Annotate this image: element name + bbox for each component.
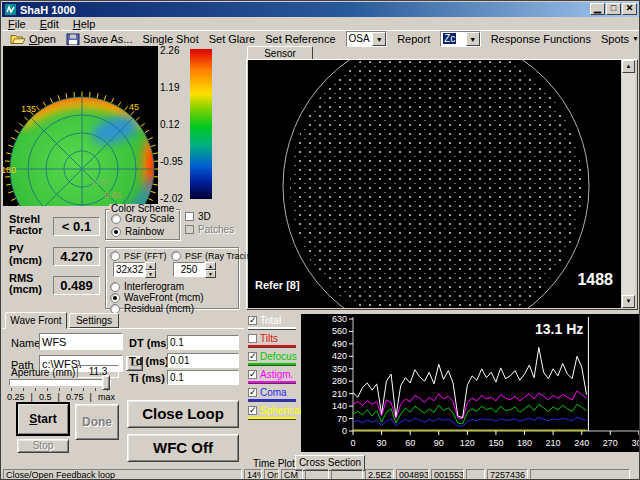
maximize-icon[interactable]: □ xyxy=(606,3,621,15)
chevron-down-icon[interactable]: ▼ xyxy=(372,32,386,46)
svg-text:240: 240 xyxy=(574,438,589,448)
gray-scale-option[interactable]: Gray Scale xyxy=(111,213,174,224)
menu-help[interactable]: Help xyxy=(67,18,102,30)
tab-wave-front[interactable]: Wave Front xyxy=(5,312,67,329)
response-functions-button[interactable]: Response Functions xyxy=(491,33,591,45)
rainbow-option[interactable]: Rainbow xyxy=(111,226,164,237)
stop-button[interactable]: Stop xyxy=(17,439,69,453)
colorbar-scale: 2.261.190.12-0.95-2.02 xyxy=(158,46,190,206)
legend-label: Spherical xyxy=(260,405,302,416)
legend-checkbox[interactable] xyxy=(248,316,257,325)
status-cell xyxy=(305,469,329,480)
legend-item-spherical: Spherical xyxy=(248,405,302,420)
3d-option[interactable]: 3D xyxy=(185,211,211,222)
save-as-button[interactable]: Save As... xyxy=(66,33,133,45)
interferogram-option[interactable]: Interferogram xyxy=(110,281,184,292)
time-plot: 0701402102803504204905606300306090120150… xyxy=(301,314,639,452)
slider-scale: 0.25|0.5|0.75|max xyxy=(7,392,115,402)
slider-tick-label: | xyxy=(58,392,60,402)
legend-checkbox[interactable] xyxy=(248,334,257,343)
svg-text:150: 150 xyxy=(488,438,503,448)
patches-option[interactable]: Patches xyxy=(185,224,234,235)
td-input[interactable] xyxy=(167,353,239,368)
status-cell: 001553 xyxy=(431,469,464,480)
legend-checkbox[interactable] xyxy=(248,352,257,361)
psf-ray-size-field[interactable]: 250 xyxy=(173,262,205,277)
svg-text:90: 90 xyxy=(434,438,444,448)
done-button[interactable]: Done xyxy=(75,404,119,440)
window-title: ShaH 1000 xyxy=(20,4,76,16)
status-cell xyxy=(466,469,485,480)
tab-settings[interactable]: Settings xyxy=(69,313,119,328)
psf-fft-option[interactable]: PSF (FFT) xyxy=(110,251,167,261)
plot-legend: TotalTiltsDefocusAstigm.ComaSpherical xyxy=(248,315,302,423)
legend-item-total: Total xyxy=(248,315,302,330)
set-glare-button[interactable]: Set Glare xyxy=(209,33,255,45)
td-label: Td (ms) xyxy=(129,356,169,367)
svg-text:120: 120 xyxy=(460,438,475,448)
name-input[interactable] xyxy=(39,333,123,350)
svg-text:560: 560 xyxy=(332,326,347,336)
legend-checkbox[interactable] xyxy=(248,406,257,415)
aperture-slider-track[interactable] xyxy=(9,379,111,386)
spinner-down-icon[interactable]: ▼ xyxy=(145,270,156,278)
camera-scrollbar[interactable]: ▲ ▼ xyxy=(622,60,635,308)
psf-ray-spinner[interactable]: ▲ ▼ xyxy=(205,262,216,278)
angle-label: 45 xyxy=(129,102,139,112)
scroll-down-icon[interactable]: ▼ xyxy=(622,295,635,308)
status-cell: 7257436 xyxy=(487,469,528,480)
menu-file[interactable]: File xyxy=(2,18,32,30)
colorbar-tick: -0.95 xyxy=(160,157,183,167)
radio-icon[interactable] xyxy=(171,251,181,261)
radio-icon[interactable] xyxy=(110,293,120,303)
radio-icon[interactable] xyxy=(110,282,120,292)
svg-text:60: 60 xyxy=(405,438,415,448)
status-cell: On xyxy=(264,469,279,480)
spots-button[interactable]: Spots▼ xyxy=(601,33,639,45)
minimize-icon[interactable]: ▁ xyxy=(590,3,605,15)
status-cell: 004893 xyxy=(396,469,429,480)
reference-combo[interactable]: OSA ▼ xyxy=(346,31,388,47)
colorbar-gradient xyxy=(190,49,212,199)
report-combo[interactable]: Zc ▼ xyxy=(440,31,480,47)
aperture-label: Aperture (mm) xyxy=(11,367,75,378)
aperture-value: 11.3 xyxy=(77,365,119,378)
close-icon[interactable]: ✕ xyxy=(622,3,637,15)
start-button[interactable]: Start xyxy=(17,403,69,435)
psf-fft-size-field[interactable]: 32x32 xyxy=(113,262,145,277)
toolbar: Open Save As... Single Shot Set Glare Se… xyxy=(2,30,639,46)
ti-label: Ti (ms) xyxy=(129,373,165,384)
angle-label: 180 xyxy=(3,165,16,175)
legend-checkbox[interactable] xyxy=(248,370,257,379)
spinner-up-icon[interactable]: ▲ xyxy=(205,262,216,270)
checkbox-icon[interactable] xyxy=(185,212,194,221)
angle-label: 135 xyxy=(21,104,36,114)
radio-icon[interactable] xyxy=(111,227,121,237)
set-reference-button[interactable]: Set Reference xyxy=(265,33,335,45)
spinner-up-icon[interactable]: ▲ xyxy=(145,262,156,270)
radio-icon[interactable] xyxy=(110,251,120,261)
dt-input[interactable] xyxy=(167,335,239,350)
radio-icon[interactable] xyxy=(111,214,121,224)
psf-fft-spinner[interactable]: ▲ ▼ xyxy=(145,262,156,278)
single-shot-button[interactable]: Single Shot xyxy=(142,33,198,45)
chevron-down-icon[interactable]: ▼ xyxy=(466,32,480,46)
wavefront-option[interactable]: WaveFront (mcm) xyxy=(110,292,204,303)
svg-text:420: 420 xyxy=(332,351,347,361)
status-message: Close/Open Feedback loop xyxy=(3,469,242,480)
scroll-up-icon[interactable]: ▲ xyxy=(622,60,635,73)
tab-sensor-camera[interactable]: Sensor Camera xyxy=(247,46,313,60)
svg-text:490: 490 xyxy=(332,339,347,349)
ti-input[interactable] xyxy=(167,370,239,385)
wfc-off-button[interactable]: WFC Off xyxy=(127,434,239,462)
radio-icon[interactable] xyxy=(110,304,120,314)
close-loop-button[interactable]: Close Loop xyxy=(127,400,239,428)
report-label: Report xyxy=(397,33,430,45)
legend-checkbox[interactable] xyxy=(248,388,257,397)
menu-edit[interactable]: Edit xyxy=(34,18,65,30)
open-button[interactable]: Open xyxy=(10,33,56,45)
slider-tick-label: 0.5 xyxy=(39,392,52,402)
residual-option[interactable]: Residual (mcm) xyxy=(110,303,194,314)
spinner-down-icon[interactable]: ▼ xyxy=(205,270,216,278)
tab-time-plot[interactable]: Time Plot xyxy=(253,458,295,469)
